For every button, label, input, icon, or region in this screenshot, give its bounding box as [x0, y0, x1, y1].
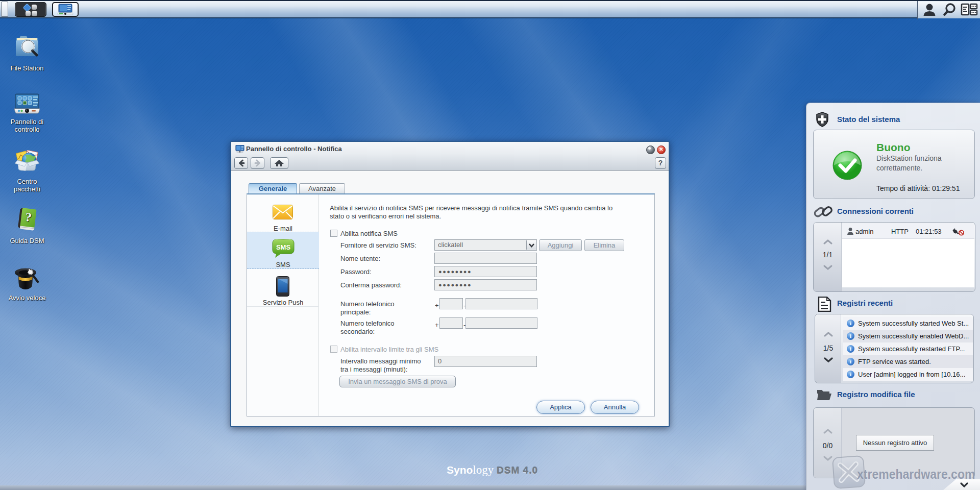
svg-text:SMS: SMS — [276, 243, 291, 251]
